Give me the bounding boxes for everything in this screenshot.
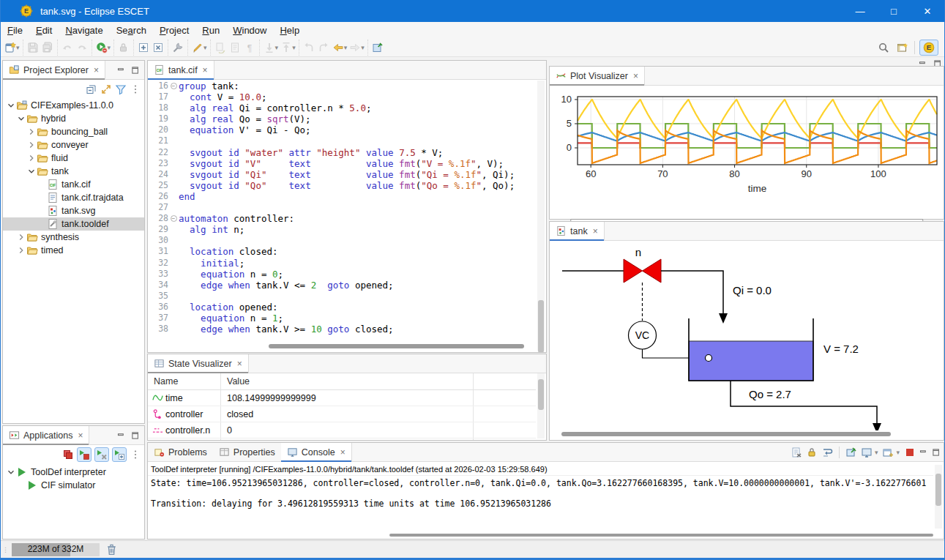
maximize-icon[interactable] <box>131 431 140 440</box>
tab-console[interactable]: Console× <box>281 443 352 461</box>
close-window-button[interactable]: ✕ <box>911 0 944 22</box>
filter-icon[interactable] <box>115 83 127 95</box>
tree-item-conveyer[interactable]: conveyer <box>3 138 144 152</box>
auto-terminate-icon[interactable] <box>77 447 91 462</box>
dropdown-arrow-icon[interactable]: ▾ <box>108 44 111 51</box>
editor-vscrollbar[interactable] <box>537 81 545 351</box>
menu-file[interactable]: File <box>1 23 29 37</box>
dropdown-arrow-icon[interactable]: ▾ <box>344 44 348 51</box>
tree-item-hybrid[interactable]: hybrid <box>3 112 144 125</box>
chevron-right-icon[interactable] <box>16 232 26 242</box>
menu-window[interactable]: Window <box>226 23 273 37</box>
open-console-icon[interactable] <box>882 447 894 458</box>
pin-console-icon[interactable] <box>845 447 857 458</box>
tab-state-visualizer[interactable]: State Visualizer × <box>148 354 249 373</box>
tree-item-tank[interactable]: tank <box>3 165 144 178</box>
scroll-lock-icon[interactable] <box>806 447 818 458</box>
tab-tank-cif[interactable]: CIF tank.cif × <box>148 61 214 79</box>
chevron-right-icon[interactable] <box>16 245 26 255</box>
menu-run[interactable]: Run <box>195 23 226 37</box>
minimize-window-button[interactable]: — <box>843 0 877 22</box>
chevron-down-icon[interactable] <box>6 100 16 111</box>
table-row[interactable]: time108.14999999999999 <box>148 390 536 406</box>
minimize-icon[interactable] <box>919 448 928 457</box>
tree-item-timed[interactable]: timed <box>3 244 144 257</box>
terminate-icon[interactable] <box>904 447 916 458</box>
fold-marker-icon[interactable]: − <box>168 81 179 92</box>
dropdown-arrow-icon[interactable]: ▾ <box>875 449 878 456</box>
close-icon[interactable]: × <box>78 430 83 441</box>
dropdown-arrow-icon[interactable]: ▾ <box>16 44 20 51</box>
tab-applications[interactable]: Applications × <box>3 426 89 444</box>
close-icon[interactable]: × <box>94 65 99 75</box>
table-row[interactable]: controller.n0 <box>148 422 536 438</box>
pin-editor-icon[interactable] <box>370 40 385 55</box>
fold-marker-icon[interactable]: − <box>168 213 179 224</box>
menu-search[interactable]: Search <box>110 23 153 37</box>
garbage-collect-icon[interactable] <box>105 543 118 556</box>
maximize-window-button[interactable]: □ <box>877 0 911 22</box>
add-box-icon[interactable] <box>136 40 151 55</box>
chevron-down-icon[interactable] <box>16 113 26 124</box>
tree-item-tank-cif-trajdata[interactable]: tank.cif.trajdata <box>3 191 144 204</box>
link-with-editor-icon[interactable] <box>100 83 112 95</box>
minimize-icon[interactable] <box>117 431 126 440</box>
tree-item-tank-tooldef[interactable]: tank.tooldef <box>3 217 144 231</box>
column-header-name[interactable]: Name <box>148 373 221 389</box>
view-menu-icon[interactable] <box>130 83 141 95</box>
maximize-icon[interactable] <box>131 66 140 75</box>
table-row[interactable]: tank.Qi0.0 <box>148 438 536 440</box>
dropdown-arrow-icon[interactable]: ▾ <box>203 44 207 51</box>
close-icon[interactable]: × <box>593 226 598 236</box>
tab-tank[interactable]: tank × <box>550 222 605 240</box>
menu-help[interactable]: Help <box>273 23 306 37</box>
console-vscrollbar[interactable] <box>935 465 942 529</box>
tab-properties[interactable]: Properties <box>213 443 281 461</box>
chevron-right-icon[interactable] <box>26 127 37 137</box>
tree-item-tank-cif[interactable]: CIFtank.cif <box>3 178 144 191</box>
view-menu-icon[interactable] <box>130 449 141 460</box>
tree-item-bouncing-ball[interactable]: bouncing_ball <box>3 125 144 138</box>
tank-hscrollbar[interactable] <box>561 432 891 436</box>
console-hscrollbar[interactable] <box>389 534 933 537</box>
maximize-icon[interactable] <box>932 448 941 457</box>
close-icon[interactable]: × <box>633 71 638 81</box>
close-icon[interactable]: × <box>203 65 208 75</box>
wrench-icon[interactable] <box>171 40 185 55</box>
auto-expand-icon[interactable] <box>112 447 127 462</box>
word-wrap-icon[interactable] <box>821 447 833 458</box>
remove-box-icon[interactable] <box>151 40 165 55</box>
state-visualizer-vscrollbar[interactable] <box>537 373 545 438</box>
close-icon[interactable]: × <box>237 359 242 369</box>
tab-plot-visualizer[interactable]: Plot Visualizer × <box>550 67 645 85</box>
minimize-icon[interactable] <box>117 66 126 75</box>
status-grip[interactable]: ⋮ <box>2 546 8 553</box>
chevron-right-icon[interactable] <box>26 140 37 150</box>
menu-project[interactable]: Project <box>153 23 195 37</box>
open-perspective-icon[interactable] <box>895 40 910 55</box>
table-row[interactable]: controllerclosed <box>148 406 536 422</box>
dropdown-arrow-icon[interactable]: ▾ <box>896 449 900 456</box>
tree-item-cifexamples-11-0-0[interactable]: CIFExamples-11.0.0 <box>3 99 144 112</box>
menu-navigate[interactable]: Navigate <box>59 23 109 37</box>
new-wizard-icon[interactable] <box>3 40 18 55</box>
tree-item-cif-simulator[interactable]: CIF simulator <box>3 479 144 492</box>
chevron-down-icon[interactable] <box>6 467 16 477</box>
chevron-down-icon[interactable] <box>26 166 37 176</box>
tree-item-synthesis[interactable]: synthesis <box>3 231 144 244</box>
column-header-value[interactable]: Value <box>221 373 474 389</box>
auto-remove-icon[interactable] <box>94 447 109 462</box>
tab-project-explorer[interactable]: Project Explorer × <box>3 61 105 79</box>
back-icon[interactable] <box>331 40 345 55</box>
editor-hscrollbar[interactable] <box>269 344 524 348</box>
clear-console-icon[interactable] <box>791 447 802 458</box>
external-tools-icon[interactable] <box>190 40 205 55</box>
run-tooldef-icon[interactable] <box>94 40 109 55</box>
display-console-icon[interactable] <box>861 447 873 458</box>
escet-perspective-button[interactable]: E <box>919 40 938 56</box>
code-editor[interactable]: 16−group tank:17 cont V = 10.0;18 alg re… <box>148 81 536 340</box>
tree-item-tooldef-interpreter[interactable]: ToolDef interpreter <box>3 466 144 479</box>
terminate-all-icon[interactable] <box>62 449 74 460</box>
tab-problems[interactable]: Problems <box>148 443 213 461</box>
collapse-all-icon[interactable] <box>86 83 97 95</box>
